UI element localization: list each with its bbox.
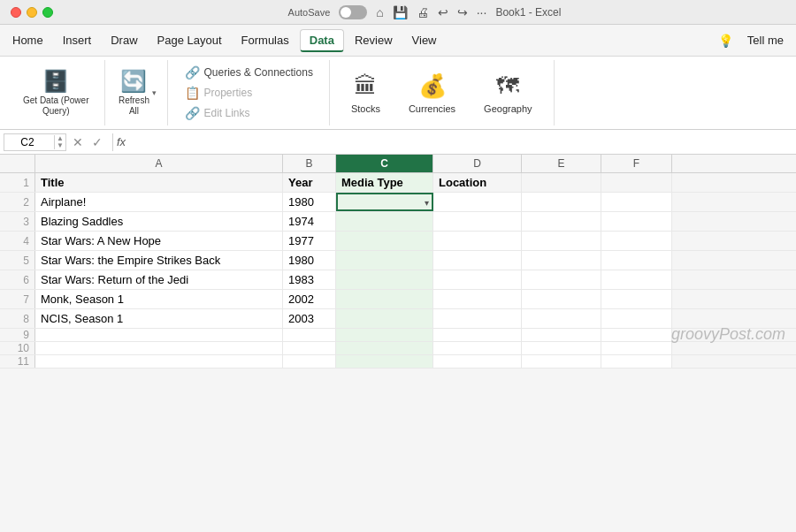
- cell-b9[interactable]: [283, 329, 336, 341]
- col-header-c[interactable]: C: [336, 155, 433, 172]
- confirm-formula-button[interactable]: ✓: [89, 135, 105, 149]
- cell-b3[interactable]: 1974: [283, 212, 336, 231]
- cell-a11[interactable]: [35, 355, 283, 368]
- cell-f6[interactable]: [601, 270, 672, 289]
- cell-e2[interactable]: [522, 193, 601, 211]
- cell-a9[interactable]: [35, 329, 283, 341]
- cell-d10[interactable]: [433, 342, 522, 354]
- cell-a10[interactable]: [35, 342, 283, 354]
- cell-e11[interactable]: [522, 355, 601, 368]
- cell-b6[interactable]: 1983: [283, 270, 336, 289]
- cell-f1[interactable]: [601, 173, 672, 192]
- cell-f8[interactable]: [601, 309, 672, 328]
- cell-e9[interactable]: [522, 329, 601, 341]
- cell-b5[interactable]: 1980: [283, 251, 336, 270]
- redo-icon[interactable]: ↪: [457, 5, 468, 19]
- col-header-a[interactable]: A: [35, 155, 283, 172]
- cell-d11[interactable]: [433, 355, 522, 368]
- menu-page-layout[interactable]: Page Layout: [149, 30, 231, 50]
- cell-a3[interactable]: Blazing Saddles: [35, 212, 283, 231]
- dropdown-arrow-icon[interactable]: ▾: [425, 197, 429, 207]
- formula-input[interactable]: [129, 133, 792, 150]
- cell-b7[interactable]: 2002: [283, 290, 336, 308]
- cancel-formula-button[interactable]: ✕: [70, 135, 86, 149]
- menu-home[interactable]: Home: [4, 30, 52, 50]
- cell-e6[interactable]: [522, 270, 601, 289]
- cell-f7[interactable]: [601, 290, 672, 308]
- cell-c4[interactable]: [336, 232, 433, 250]
- cell-c11[interactable]: [336, 355, 433, 368]
- cell-d4[interactable]: [433, 232, 522, 250]
- cell-c7[interactable]: [336, 290, 433, 308]
- cell-d7[interactable]: [433, 290, 522, 308]
- cell-e4[interactable]: [522, 232, 601, 250]
- menu-draw[interactable]: Draw: [102, 30, 146, 50]
- maximize-button[interactable]: [42, 7, 53, 18]
- properties-button[interactable]: 📋 Properties: [179, 84, 302, 102]
- col-header-f[interactable]: F: [601, 155, 672, 172]
- cell-a5[interactable]: Star Wars: the Empire Strikes Back: [35, 251, 283, 270]
- refresh-dropdown-arrow[interactable]: ▾: [152, 88, 157, 97]
- cell-b8[interactable]: 2003: [283, 309, 336, 328]
- cell-f9[interactable]: [601, 329, 672, 341]
- col-header-e[interactable]: E: [522, 155, 601, 172]
- home-icon[interactable]: ⌂: [376, 5, 383, 19]
- more-icon[interactable]: ···: [477, 5, 487, 19]
- cell-f11[interactable]: [601, 355, 672, 368]
- menu-formulas[interactable]: Formulas: [233, 30, 298, 50]
- cell-f10[interactable]: [601, 342, 672, 354]
- edit-links-button[interactable]: 🔗 Edit Links: [179, 104, 302, 122]
- cell-ref-down-arrow[interactable]: ▼: [57, 142, 64, 149]
- cell-d6[interactable]: [433, 270, 522, 289]
- cell-c5[interactable]: [336, 251, 433, 270]
- cell-e7[interactable]: [522, 290, 601, 308]
- cell-a7[interactable]: Monk, Season 1: [35, 290, 283, 308]
- print-icon[interactable]: 🖨: [417, 5, 429, 19]
- cell-c8[interactable]: [336, 309, 433, 328]
- get-data-button[interactable]: 🗄️ Get Data (PowerQuery): [18, 67, 94, 118]
- cell-f4[interactable]: [601, 232, 672, 250]
- minimize-button[interactable]: [27, 7, 37, 18]
- cell-c6[interactable]: [336, 270, 433, 289]
- close-button[interactable]: [11, 7, 21, 18]
- cell-e5[interactable]: [522, 251, 601, 270]
- stocks-button[interactable]: 🏛 Stocks: [344, 69, 387, 118]
- cell-b1[interactable]: Year: [283, 173, 336, 192]
- cell-e3[interactable]: [522, 212, 601, 231]
- cell-e1[interactable]: [522, 173, 601, 192]
- currencies-button[interactable]: 💰 Currencies: [402, 69, 463, 118]
- cell-f2[interactable]: [601, 193, 672, 211]
- cell-c1[interactable]: Media Type: [336, 173, 433, 192]
- cell-d3[interactable]: [433, 212, 522, 231]
- cell-c9[interactable]: [336, 329, 433, 341]
- queries-connections-button[interactable]: 🔗 Queries & Connections: [179, 64, 318, 81]
- cell-a1[interactable]: Title: [35, 173, 283, 192]
- cell-f3[interactable]: [601, 212, 672, 231]
- cell-c10[interactable]: [336, 342, 433, 354]
- cell-b2[interactable]: 1980: [283, 193, 336, 211]
- cell-c2[interactable]: ▾: [336, 193, 433, 211]
- cell-d1[interactable]: Location: [433, 173, 522, 192]
- cell-b10[interactable]: [283, 342, 336, 354]
- cell-c3[interactable]: [336, 212, 433, 231]
- cell-e8[interactable]: [522, 309, 601, 328]
- traffic-lights[interactable]: [11, 7, 53, 18]
- menu-view[interactable]: View: [403, 30, 446, 50]
- cell-d9[interactable]: [433, 329, 522, 341]
- cell-b11[interactable]: [283, 355, 336, 368]
- cell-f5[interactable]: [601, 251, 672, 270]
- cell-a4[interactable]: Star Wars: A New Hope: [35, 232, 283, 250]
- cell-a8[interactable]: NCIS, Season 1: [35, 309, 283, 328]
- cell-reference-box[interactable]: [4, 134, 50, 150]
- col-header-d[interactable]: D: [433, 155, 522, 172]
- refresh-all-button[interactable]: 🔄 RefreshAll: [116, 65, 151, 120]
- menu-insert[interactable]: Insert: [54, 30, 101, 50]
- cell-b4[interactable]: 1977: [283, 232, 336, 250]
- save-icon[interactable]: 💾: [393, 5, 408, 19]
- autosave-toggle[interactable]: [339, 5, 367, 19]
- cell-e10[interactable]: [522, 342, 601, 354]
- undo-icon[interactable]: ↩: [438, 5, 448, 19]
- menu-data[interactable]: Data: [300, 29, 344, 52]
- menu-review[interactable]: Review: [346, 30, 402, 50]
- cell-d5[interactable]: [433, 251, 522, 270]
